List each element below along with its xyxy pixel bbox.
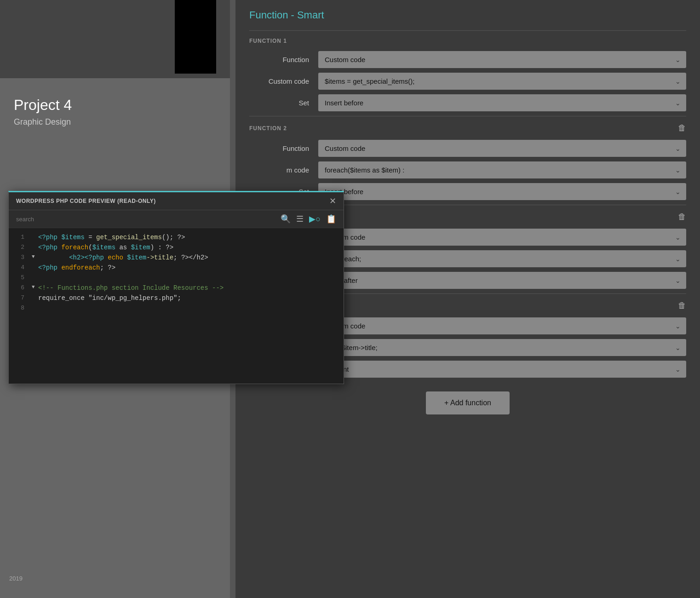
select-wrapper-customcode-1[interactable]: $items = get_special_items(); ⌄ (318, 73, 686, 90)
line-num-3: 3 (9, 254, 32, 261)
line-num-1: 1 (9, 234, 32, 241)
code-preview-overlay: WORDPRESS PHP CODE PREVIEW (READ-ONLY) ✕… (8, 191, 344, 384)
customcode-select-4[interactable]: echo $item->title; (318, 339, 686, 356)
select-wrapper-set-2[interactable]: Insert before ⌄ (318, 183, 686, 200)
menu-icon[interactable]: ☰ (296, 214, 304, 224)
select-wrapper-set-4[interactable]: Content ⌄ (318, 361, 686, 378)
code-line-7: 7 require_once "inc/wp_pg_helpers.php"; (9, 293, 344, 304)
line-num-7: 7 (9, 294, 32, 301)
select-wrapper-customcode-2[interactable]: foreach($items as $item) : ⌄ (318, 161, 686, 178)
select-wrapper-function-4[interactable]: Custom code ⌄ (318, 317, 686, 334)
field-label-customcode-1: Custom code (249, 77, 318, 85)
function-section-1: FUNCTION 1 Function Custom code ⌄ Custom… (249, 30, 686, 111)
line-num-5: 5 (9, 274, 32, 281)
line-num-8: 8 (9, 305, 32, 311)
code-line-3: 3 ▼ <h2><?php echo $item->title; ?></h2> (9, 253, 344, 263)
code-preview-header: WORDPRESS PHP CODE PREVIEW (READ-ONLY) ✕ (9, 192, 344, 210)
code-line-6: 6 ▼ <!-- Functions.php section Include R… (9, 283, 344, 293)
line-num-2: 2 (9, 244, 32, 251)
function-select-1[interactable]: Custom code (318, 51, 686, 68)
code-line-8: 8 (9, 304, 344, 314)
line-code-4: <?php endforeach; ?> (38, 264, 115, 271)
field-row-set-1: Set Insert before ⌄ (249, 94, 686, 111)
function-select-3[interactable]: Custom code (318, 229, 686, 246)
delete-function-3-icon[interactable]: 🗑 (678, 212, 686, 222)
customcode-select-1[interactable]: $items = get_special_items(); (318, 73, 686, 90)
select-wrapper-function-3[interactable]: Custom code ⌄ (318, 229, 686, 246)
field-label-function-2: Function (249, 144, 318, 152)
field-row-customcode-1: Custom code $items = get_special_items()… (249, 73, 686, 90)
line-code-6: <!-- Functions.php section Include Resou… (38, 284, 224, 292)
search-input[interactable] (16, 216, 275, 223)
code-body: 1 <?php $items = get_special_items(); ?>… (9, 228, 344, 381)
code-preview-title: WORDPRESS PHP CODE PREVIEW (READ-ONLY) (16, 198, 156, 204)
function-select-2[interactable]: Custom code (318, 140, 686, 157)
select-wrapper-set-1[interactable]: Insert before ⌄ (318, 94, 686, 111)
field-label-function-1: Function (249, 56, 318, 63)
line-code-3: <h2><?php echo $item->title; ?></h2> (38, 254, 208, 261)
left-panel-bottom: 2019 (0, 570, 230, 598)
project-info: Project 4 Graphic Design (0, 78, 230, 136)
field-row-customcode-2: m code foreach($items as $item) : ⌄ (249, 161, 686, 178)
set-select-2[interactable]: Insert before (318, 183, 686, 200)
search-icon[interactable]: 🔍 (281, 214, 291, 224)
code-line-1: 1 <?php $items = get_special_items(); ?> (9, 233, 344, 243)
copy-icon[interactable]: 📋 (326, 214, 336, 224)
function-label-1: FUNCTION 1 (249, 38, 287, 44)
set-select-4[interactable]: Content (318, 361, 686, 378)
panel-title: Function - Smart (249, 9, 686, 21)
code-line-5: 5 (9, 273, 344, 283)
code-line-2: 2 <?php foreach($items as $item) : ?> (9, 243, 344, 253)
line-num-6: 6 (9, 284, 32, 291)
function-section-header-1: FUNCTION 1 (249, 38, 686, 44)
customcode-select-3[interactable]: endforeach; (318, 250, 686, 267)
code-line-4: 4 <?php endforeach; ?> (9, 263, 344, 273)
field-row-function-1: Function Custom code ⌄ (249, 51, 686, 68)
close-button[interactable]: ✕ (329, 197, 336, 205)
select-wrapper-set-3[interactable]: Insert after ⌄ (318, 272, 686, 289)
select-wrapper-customcode-4[interactable]: echo $item->title; ⌄ (318, 339, 686, 356)
select-wrapper-function-2[interactable]: Custom code ⌄ (318, 140, 686, 157)
function-section-2: FUNCTION 2 🗑 Function Custom code ⌄ m co… (249, 116, 686, 200)
select-wrapper-function-1[interactable]: Custom code ⌄ (318, 51, 686, 68)
line-num-4: 4 (9, 264, 32, 271)
function-label-2: FUNCTION 2 (249, 125, 287, 132)
select-wrapper-customcode-3[interactable]: endforeach; ⌄ (318, 250, 686, 267)
delete-function-4-icon[interactable]: 🗑 (678, 301, 686, 310)
left-panel-top (0, 0, 230, 78)
year-label: 2019 (9, 575, 23, 582)
customcode-select-2[interactable]: foreach($items as $item) : (318, 161, 686, 178)
field-label-set-1: Set (249, 99, 318, 107)
field-row-function-2: Function Custom code ⌄ (249, 140, 686, 157)
target-icon[interactable]: ▶○ (309, 214, 321, 224)
line-fold-6[interactable]: ▼ (32, 284, 38, 290)
delete-function-2-icon[interactable]: 🗑 (678, 123, 686, 133)
function-section-header-2: FUNCTION 2 🗑 (249, 123, 686, 133)
field-label-mcode-2: m code (249, 166, 318, 174)
function-select-4[interactable]: Custom code (318, 317, 686, 334)
line-fold-3[interactable]: ▼ (32, 254, 38, 259)
line-code-2: <?php foreach($items as $item) : ?> (38, 244, 173, 251)
add-function-button[interactable]: + Add function (426, 391, 510, 414)
project-subtitle: Graphic Design (14, 117, 216, 127)
set-select-1[interactable]: Insert before (318, 94, 686, 111)
black-rectangle (175, 0, 216, 74)
line-code-7: require_once "inc/wp_pg_helpers.php"; (38, 294, 181, 302)
code-preview-toolbar: 🔍 ☰ ▶○ 📋 (9, 210, 344, 228)
line-code-1: <?php $items = get_special_items(); ?> (38, 234, 185, 241)
set-select-3[interactable]: Insert after (318, 272, 686, 289)
project-title: Project 4 (14, 97, 216, 114)
